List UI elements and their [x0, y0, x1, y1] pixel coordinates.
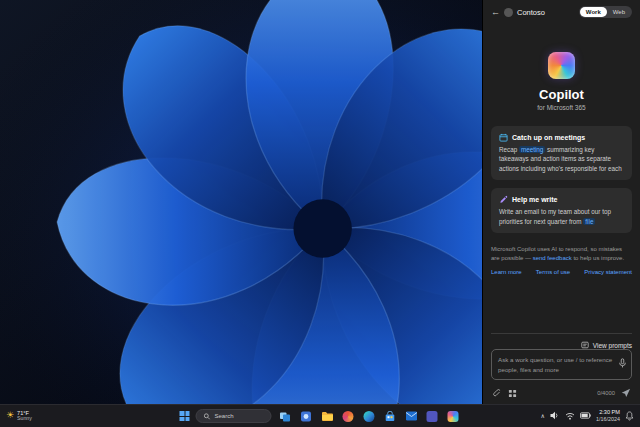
outlook-icon[interactable]	[404, 409, 419, 424]
sun-icon: ☀	[6, 411, 14, 420]
copilot-taskbar-icon[interactable]	[446, 409, 461, 424]
send-icon[interactable]	[621, 388, 631, 398]
chat-input-placeholder: Ask a work question, or use / to referen…	[498, 356, 612, 372]
taskbar-search[interactable]: Search	[196, 409, 272, 423]
tab-work[interactable]: Work	[580, 7, 607, 17]
search-label: Search	[215, 413, 234, 419]
microphone-icon[interactable]	[618, 358, 627, 369]
disclaimer-post: to help us improve.	[572, 255, 624, 261]
system-tray: ∧ 2:30 PM 1/16/2024	[541, 409, 634, 423]
copilot-logo-icon	[548, 52, 575, 79]
tab-web[interactable]: Web	[607, 7, 631, 17]
char-counter: 0/4000	[597, 390, 615, 396]
chat-input[interactable]: Ask a work question, or use / to referen…	[491, 349, 632, 380]
prompts-list-icon	[581, 341, 589, 349]
copilot-branding: Copilot for Microsoft 365	[491, 52, 632, 111]
card-text-highlight[interactable]: file	[583, 218, 595, 225]
card-body: Write an email to my team about our top …	[499, 207, 624, 226]
legal-links: Learn more Terms of use Privacy statemen…	[491, 269, 632, 275]
card-text-highlight[interactable]: meeting	[519, 146, 545, 153]
card-text-pre: Recap	[499, 146, 519, 153]
taskbar-clock[interactable]: 2:30 PM 1/16/2024	[596, 409, 620, 423]
composer-toolbar: 0/4000	[491, 386, 632, 398]
view-prompts-label: View prompts	[593, 342, 632, 349]
weather-condition: Sunny	[17, 416, 32, 422]
send-feedback-link[interactable]: send feedback	[533, 255, 572, 261]
start-button[interactable]	[180, 411, 190, 421]
apps-grid-icon[interactable]	[508, 389, 517, 398]
privacy-statement-link[interactable]: Privacy statement	[584, 269, 632, 275]
file-explorer-icon[interactable]	[320, 409, 335, 424]
view-prompts-button[interactable]: View prompts	[491, 341, 632, 349]
ai-disclaimer: Microsoft Copilot uses AI to respond, so…	[491, 245, 632, 262]
screen: ← Contoso Work Web Copilot for Microsoft…	[0, 0, 640, 427]
learn-more-link[interactable]: Learn more	[491, 269, 522, 275]
card-help-me-write[interactable]: Help me write Write an email to my team …	[491, 188, 632, 233]
copilot-panel: ← Contoso Work Web Copilot for Microsoft…	[482, 0, 640, 404]
clock-date: 1/16/2024	[596, 416, 620, 423]
weather-text: 71°F Sunny	[17, 410, 32, 422]
contoso-logo	[504, 8, 513, 17]
taskbar: ☀ 71°F Sunny Search	[0, 404, 640, 427]
card-body: Recap meeting summarizing key takeaways …	[499, 145, 624, 173]
widgets-icon[interactable]	[299, 409, 314, 424]
composer-divider	[491, 333, 632, 334]
edge-icon[interactable]	[362, 409, 377, 424]
card-title: Help me write	[512, 196, 558, 203]
copilot-header: ← Contoso Work Web	[491, 6, 632, 18]
battery-icon[interactable]	[580, 412, 591, 419]
pencil-icon	[499, 195, 508, 204]
brand-name: Contoso	[517, 8, 545, 17]
wifi-icon[interactable]	[565, 412, 575, 420]
copilot-title: Copilot	[539, 87, 584, 102]
search-icon	[204, 413, 211, 420]
card-catch-up-on-meetings[interactable]: Catch up on meetings Recap meeting summa…	[491, 126, 632, 180]
hidden-icons-chevron[interactable]: ∧	[541, 412, 545, 419]
work-web-toggle: Work Web	[579, 6, 632, 18]
calendar-icon	[499, 133, 508, 142]
card-title-row: Catch up on meetings	[499, 133, 624, 142]
composer-area: View prompts Ask a work question, or use…	[491, 325, 632, 398]
photos-icon[interactable]	[341, 409, 356, 424]
copilot-subtitle: for Microsoft 365	[537, 104, 585, 111]
back-icon[interactable]: ←	[491, 8, 500, 17]
prompt-cards: Catch up on meetings Recap meeting summa…	[491, 126, 632, 233]
notification-bell-icon[interactable]	[625, 411, 634, 421]
teams-icon[interactable]	[425, 409, 440, 424]
card-title-row: Help me write	[499, 195, 624, 204]
task-view-icon[interactable]	[278, 409, 293, 424]
weather-widget[interactable]: ☀ 71°F Sunny	[6, 410, 32, 422]
volume-icon[interactable]	[550, 411, 560, 420]
clock-time: 2:30 PM	[599, 409, 620, 416]
card-title: Catch up on meetings	[512, 134, 585, 141]
attach-icon[interactable]	[492, 388, 502, 398]
terms-of-use-link[interactable]: Terms of use	[536, 269, 570, 275]
store-icon[interactable]	[383, 409, 398, 424]
taskbar-center: Search	[180, 405, 461, 427]
